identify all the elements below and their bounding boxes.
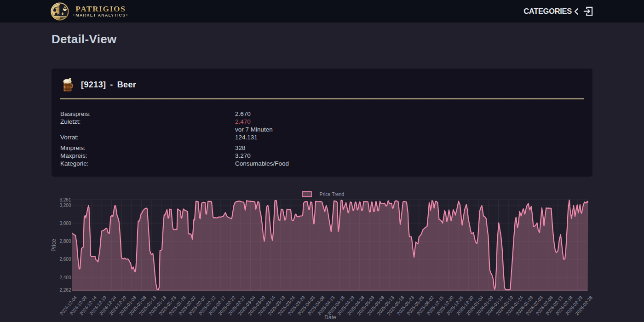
- svg-text:2,600: 2,600: [59, 257, 71, 262]
- svg-text:Price: Price: [51, 239, 57, 252]
- svg-text:2,400: 2,400: [59, 275, 71, 280]
- svg-text:3,200: 3,200: [59, 203, 71, 208]
- svg-text:3,261: 3,261: [59, 197, 71, 202]
- svg-text:3,000: 3,000: [59, 221, 71, 226]
- svg-text:Price Trend: Price Trend: [320, 191, 345, 197]
- svg-text:Date: Date: [324, 314, 336, 321]
- svg-text:2,800: 2,800: [59, 239, 71, 244]
- svg-text:2,262: 2,262: [59, 288, 71, 293]
